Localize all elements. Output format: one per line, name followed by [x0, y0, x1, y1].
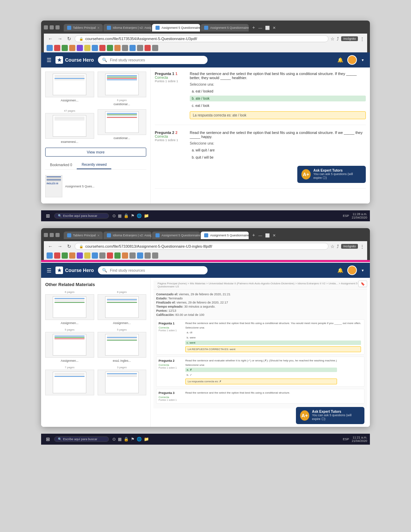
option-1-c[interactable]: c. eat / look — [190, 103, 366, 109]
tab-assignment-u3-2-active[interactable]: Assignment 5 Questionnaire U3 × — [201, 232, 249, 239]
hamburger-menu-icon-2[interactable]: ☰ — [47, 267, 51, 274]
q-instruction-2: Seleccione una: — [190, 141, 366, 145]
close-icon-1[interactable]: ✕ — [273, 26, 276, 30]
tab-tablero[interactable]: Tablero Principal × — [64, 24, 103, 32]
taskbar-search-1[interactable]: 🔍 Escribe aquí para buscar — [54, 213, 109, 219]
taskbar2-icon-5[interactable]: 🌐 — [137, 437, 142, 442]
windows-start-icon-1[interactable]: ⊞ — [44, 212, 52, 219]
quiz-opt-2-1-c[interactable]: c. went — [185, 341, 361, 345]
tab-close-2-1[interactable]: × — [98, 234, 100, 237]
new-tab-btn-1[interactable]: + — [249, 23, 258, 32]
tab-tablero-2[interactable]: Tablero Principal × — [64, 232, 103, 239]
reload-btn-2[interactable]: ↻ — [66, 243, 73, 250]
restore-icon-1[interactable]: ⬜ — [265, 26, 270, 30]
restore-icon-2[interactable]: ⬜ — [265, 233, 270, 238]
star-icon-1[interactable]: ☆ — [331, 36, 335, 41]
related-thumb-2-6[interactable] — [98, 370, 147, 395]
taskbar-icon-4[interactable]: ⚑ — [131, 213, 135, 218]
bookmarked-tab-btn-1[interactable]: Bookmarked 0 — [45, 161, 77, 169]
quiz-seleccione-2-2: Seleccione una: — [185, 363, 337, 367]
taskbar2-icon-1[interactable]: ⊙ — [112, 437, 116, 442]
new-tab-btn-2[interactable]: + — [249, 231, 258, 239]
ch-search-bar-1[interactable]: 🔍 — [98, 56, 208, 64]
taskbar-icon-1[interactable]: ⊙ — [112, 213, 116, 218]
q-number-2: Pregunta 2 2 — [155, 131, 186, 135]
address-bar-1[interactable]: 🔒 coursehero.com/file/51735354/Assignmen… — [75, 35, 328, 42]
bookmark-btn-2[interactable]: 🔖 — [358, 281, 367, 287]
tab-assignment-u3[interactable]: Assignment 5 Questionnaire U3 × — [201, 24, 249, 32]
reload-btn-1[interactable]: ↻ — [66, 35, 73, 42]
tab-idioma-2[interactable]: Idioma Extranjero | v2: Assignm... × — [103, 232, 151, 239]
forward-btn-2[interactable]: → — [56, 243, 64, 250]
close-btn-1[interactable] — [55, 25, 60, 29]
tab-idioma[interactable]: Idioma Extranjero | v2: Assignm... × — [103, 24, 151, 32]
tab-assignment-u1-2[interactable]: Assignment 5 Questionnaire U1 × — [152, 232, 200, 239]
minimize-btn-2[interactable] — [44, 233, 48, 237]
option-2-a[interactable]: a. will quit / are — [190, 147, 366, 153]
doc-thumb-1[interactable] — [45, 72, 94, 97]
menu-icon-2[interactable]: ⋮ — [360, 244, 364, 249]
doc-thumb-4[interactable] — [98, 109, 147, 135]
taskbar-icon-5[interactable]: 🌐 — [137, 213, 142, 218]
expert-banner-2[interactable]: A+ Ask Expert Tutors You can ask 5 quest… — [296, 407, 364, 424]
close-btn-2[interactable] — [55, 233, 60, 237]
taskbar-icon-3[interactable]: 🔒 — [124, 213, 129, 218]
ch-avatar-2[interactable] — [347, 265, 357, 275]
back-btn-2[interactable]: ← — [47, 243, 54, 250]
main-content-1: Assignmen... — [41, 67, 370, 203]
share-icon-2[interactable]: ⤴ — [337, 244, 339, 249]
ch-search-input-2[interactable] — [110, 268, 203, 272]
minimize-icon-1[interactable]: — — [259, 26, 262, 30]
minimize-icon-2[interactable]: — — [259, 233, 262, 238]
related-thumb-2-2[interactable] — [98, 294, 147, 320]
star-icon-2[interactable]: ☆ — [331, 244, 335, 249]
taskbar2-icon-6[interactable]: 📁 — [144, 437, 149, 442]
back-btn-1[interactable]: ← — [47, 35, 54, 42]
option-1-a[interactable]: a. eat / looked — [190, 88, 366, 94]
taskbar2-icon-3[interactable]: 🔒 — [124, 437, 129, 442]
maximize-btn-1[interactable] — [50, 25, 54, 29]
taskbar2-icon-4[interactable]: ⚑ — [131, 437, 135, 442]
doc-card-3: 47 pages examenesi... — [45, 109, 94, 144]
hamburger-menu-icon-1[interactable]: ☰ — [47, 57, 51, 63]
share-icon-1[interactable]: ⤴ — [337, 36, 339, 41]
doc-thumb-2[interactable] — [98, 72, 147, 97]
recently-viewed-tab-btn-1[interactable]: Recently viewed — [77, 161, 111, 169]
option-2-b[interactable]: b. quit / will be — [190, 154, 366, 160]
quiz-opt-2-1-a[interactable]: a. cli — [185, 330, 361, 335]
related-thumb-2-1[interactable] — [45, 294, 94, 320]
address-text-1: coursehero.com/file/51735354/Assignment-… — [85, 37, 197, 41]
expert-banner-1[interactable]: A+ Ask Expert Tutors You can ask 5 quest… — [297, 166, 366, 183]
related-thumb-2-4[interactable] — [98, 332, 147, 358]
doc-thumb-3[interactable] — [45, 113, 94, 139]
windows-start-icon-2[interactable]: ⊞ — [44, 436, 52, 443]
address-bar-2[interactable]: 🔒 coursehero.com/file/57330813/Assignmen… — [75, 243, 328, 250]
tab-assignment-active[interactable]: Assignment 5 Questionnaire U1 × — [152, 24, 200, 32]
forward-btn-1[interactable]: → — [56, 35, 64, 42]
menu-icon-1[interactable]: ⋮ — [360, 36, 364, 41]
ch-bell-icon-1[interactable]: 🔔 — [337, 57, 343, 63]
minimize-btn-1[interactable] — [44, 25, 48, 29]
ch-nav-right-1: 🔔 ▼ — [337, 55, 364, 65]
close-icon-2[interactable]: ✕ — [273, 233, 276, 238]
ch-avatar-1[interactable] — [347, 55, 357, 65]
taskbar-search-2[interactable]: 🔍 Escribe aquí para buscar — [54, 436, 109, 442]
ch-search-input-1[interactable] — [110, 58, 203, 62]
options-list-2: a. will quit / are b. quit / will be — [190, 147, 366, 160]
ch-bell-icon-2[interactable]: 🔔 — [337, 268, 343, 273]
quiz-opt-2-1-b[interactable]: b. were — [185, 335, 361, 340]
related-thumb-2-3[interactable] — [45, 332, 94, 358]
taskbar-icon-6[interactable]: 📁 — [144, 213, 149, 218]
quiz-opt-2-2-b[interactable]: b. ✓ — [185, 373, 337, 377]
taskbar-icon-2[interactable]: ▦ — [118, 213, 122, 218]
maximize-btn-2[interactable] — [50, 233, 54, 237]
taskbar2-icon-2[interactable]: ▦ — [118, 437, 122, 442]
ch-search-bar-2[interactable]: 🔍 — [98, 266, 208, 274]
tab-close-1[interactable]: × — [98, 26, 100, 30]
view-more-btn-1[interactable]: View more — [45, 148, 146, 157]
ch-logo-1[interactable]: ★ Course Hero — [55, 56, 94, 64]
quiz-opt-2-2-a[interactable]: a. ✗ — [185, 368, 337, 372]
option-1-b[interactable]: b. ate / look — [190, 96, 366, 101]
related-thumb-2-5[interactable] — [45, 370, 94, 395]
ch-logo-2[interactable]: ★ Course Hero — [55, 267, 94, 274]
